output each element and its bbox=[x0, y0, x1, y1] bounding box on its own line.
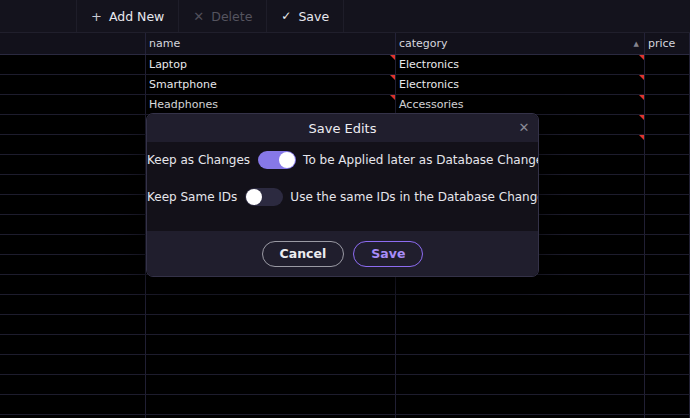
save-button[interactable]: ✓ Save bbox=[267, 0, 344, 32]
cell-handle[interactable] bbox=[0, 395, 146, 414]
cell-handle[interactable] bbox=[0, 135, 146, 154]
check-icon: ✓ bbox=[281, 9, 291, 23]
cell-price[interactable] bbox=[645, 175, 690, 194]
column-header-name[interactable]: name bbox=[146, 33, 396, 54]
cell-category[interactable] bbox=[396, 335, 645, 354]
cell-price[interactable] bbox=[645, 115, 690, 134]
cell-handle[interactable] bbox=[0, 255, 146, 274]
table-row[interactable] bbox=[0, 315, 690, 335]
cell-handle[interactable] bbox=[0, 375, 146, 394]
cell-price[interactable] bbox=[645, 295, 690, 314]
cell-price[interactable] bbox=[645, 335, 690, 354]
cell-category[interactable] bbox=[396, 295, 645, 314]
edited-cell-marker bbox=[390, 95, 395, 100]
modal-option-row: Keep Same IDsUse the same IDs in the Dat… bbox=[147, 188, 538, 206]
cell-handle[interactable] bbox=[0, 75, 146, 94]
delete-button[interactable]: ✕ Delete bbox=[179, 0, 267, 32]
toolbar: + Add New ✕ Delete ✓ Save bbox=[0, 0, 690, 33]
cell-category[interactable]: Electronics bbox=[396, 75, 645, 94]
table-row[interactable]: HeadphonesAccessories bbox=[0, 95, 690, 115]
save-label: Save bbox=[298, 9, 329, 24]
cell-name[interactable]: Headphones bbox=[146, 95, 396, 114]
cell-name[interactable] bbox=[146, 335, 396, 354]
cell-price[interactable] bbox=[645, 135, 690, 154]
cell-handle[interactable] bbox=[0, 175, 146, 194]
edited-cell-marker bbox=[390, 75, 395, 80]
cell-name[interactable] bbox=[146, 315, 396, 334]
cell-price[interactable] bbox=[645, 55, 690, 74]
column-header-handle[interactable] bbox=[0, 33, 146, 54]
cell-handle[interactable] bbox=[0, 235, 146, 254]
table-row[interactable] bbox=[0, 335, 690, 355]
cell-handle[interactable] bbox=[0, 335, 146, 354]
cell-handle[interactable] bbox=[0, 55, 146, 74]
edited-cell-marker bbox=[639, 95, 644, 100]
delete-label: Delete bbox=[211, 9, 252, 24]
cell-price[interactable] bbox=[645, 215, 690, 234]
cell-category[interactable] bbox=[396, 395, 645, 414]
cell-price[interactable] bbox=[645, 235, 690, 254]
table-row[interactable] bbox=[0, 355, 690, 375]
toggle-on[interactable] bbox=[258, 151, 296, 169]
cell-name-value: Laptop bbox=[149, 58, 187, 71]
cell-category[interactable]: Accessories bbox=[396, 95, 645, 114]
edited-cell-marker bbox=[639, 55, 644, 60]
modal-title: Save Edits bbox=[309, 121, 377, 136]
edited-cell-marker bbox=[639, 135, 644, 140]
cell-price[interactable] bbox=[645, 255, 690, 274]
table-row[interactable]: SmartphoneElectronics bbox=[0, 75, 690, 95]
cell-price[interactable] bbox=[645, 395, 690, 414]
cell-handle[interactable] bbox=[0, 315, 146, 334]
cell-category[interactable] bbox=[396, 375, 645, 394]
column-header-name-label: name bbox=[149, 37, 180, 50]
cell-category[interactable] bbox=[396, 355, 645, 374]
cell-handle[interactable] bbox=[0, 275, 146, 294]
cell-name[interactable] bbox=[146, 295, 396, 314]
column-header-price[interactable]: price bbox=[645, 33, 690, 54]
cell-name[interactable] bbox=[146, 355, 396, 374]
cell-handle[interactable] bbox=[0, 215, 146, 234]
cell-name[interactable] bbox=[146, 395, 396, 414]
cell-price[interactable] bbox=[645, 275, 690, 294]
cell-handle[interactable] bbox=[0, 95, 146, 114]
table-row[interactable] bbox=[0, 295, 690, 315]
cell-category-value: Accessories bbox=[399, 98, 463, 111]
cell-name[interactable]: Laptop bbox=[146, 55, 396, 74]
cell-category[interactable] bbox=[396, 315, 645, 334]
cell-price[interactable] bbox=[645, 155, 690, 174]
table-row[interactable] bbox=[0, 275, 690, 295]
cell-name[interactable]: Smartphone bbox=[146, 75, 396, 94]
table-row[interactable] bbox=[0, 375, 690, 395]
modal-body: Keep as ChangesTo be Applied later as Da… bbox=[147, 142, 538, 231]
cell-handle[interactable] bbox=[0, 155, 146, 174]
edited-cell-marker bbox=[639, 115, 644, 120]
cell-category[interactable]: Electronics bbox=[396, 55, 645, 74]
modal-option-row: Keep as ChangesTo be Applied later as Da… bbox=[147, 151, 538, 169]
cell-price[interactable] bbox=[645, 95, 690, 114]
close-icon[interactable]: ✕ bbox=[510, 114, 538, 142]
option-description: To be Applied later as Database Changes bbox=[303, 153, 539, 167]
modal-save-button[interactable]: Save bbox=[353, 241, 423, 267]
cancel-button[interactable]: Cancel bbox=[262, 241, 345, 267]
table-row[interactable]: LaptopElectronics bbox=[0, 55, 690, 75]
grid-header-row: name category ▲ price bbox=[0, 33, 690, 55]
cell-handle[interactable] bbox=[0, 115, 146, 134]
column-header-category[interactable]: category ▲ bbox=[396, 33, 645, 54]
cell-price[interactable] bbox=[645, 375, 690, 394]
cell-price[interactable] bbox=[645, 195, 690, 214]
add-new-button[interactable]: + Add New bbox=[77, 0, 179, 32]
option-description: Use the same IDs in the Database Changes bbox=[290, 190, 539, 204]
cell-handle[interactable] bbox=[0, 295, 146, 314]
cell-price[interactable] bbox=[645, 355, 690, 374]
cell-name[interactable] bbox=[146, 275, 396, 294]
toggle-off[interactable] bbox=[245, 188, 283, 206]
cell-price[interactable] bbox=[645, 315, 690, 334]
cell-handle[interactable] bbox=[0, 195, 146, 214]
cell-handle[interactable] bbox=[0, 355, 146, 374]
cell-price[interactable] bbox=[645, 75, 690, 94]
table-row[interactable] bbox=[0, 395, 690, 415]
cell-name-value: Smartphone bbox=[149, 78, 217, 91]
sort-ascending-icon: ▲ bbox=[634, 40, 639, 47]
cell-name[interactable] bbox=[146, 375, 396, 394]
cell-category[interactable] bbox=[396, 275, 645, 294]
